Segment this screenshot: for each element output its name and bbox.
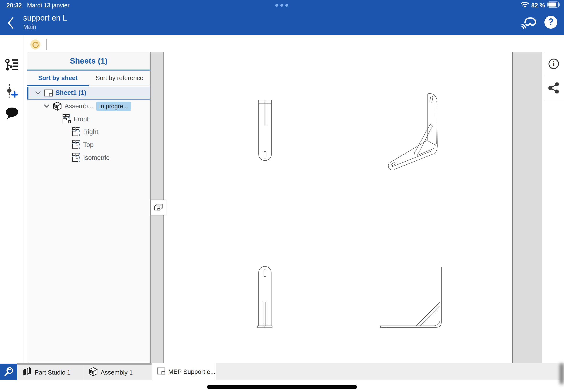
insert-version-icon: [6, 84, 18, 98]
date: Mardi 13 janvier: [27, 2, 69, 9]
versions-history-button[interactable]: [0, 56, 23, 74]
tree-label: Right: [83, 128, 98, 136]
drawing-view-icon: [62, 114, 71, 124]
ar-headset-icon[interactable]: [521, 15, 537, 30]
status-right: 82 %: [521, 0, 561, 11]
tab-assembly-1[interactable]: Assembly 1: [84, 365, 151, 380]
drawing-sheet-icon: [157, 367, 165, 376]
wifi-icon: [521, 1, 529, 9]
comment-icon: [5, 107, 19, 120]
left-toolbar: [0, 35, 23, 363]
sheet-switcher-button[interactable]: [151, 200, 166, 215]
sort-tabs: Sort by sheet Sort by reference: [27, 70, 150, 86]
search-icon: [4, 367, 14, 377]
drawing-view-icon: [72, 153, 81, 163]
sheets-panel: Sheets (1) Sort by sheet Sort by referen…: [27, 52, 151, 363]
document-title: support en L: [23, 13, 67, 23]
info-icon: i: [548, 58, 560, 70]
sheets-tree: Sheet1 (1) Assemb... In progre...: [27, 86, 150, 164]
drawing-view-isometric[interactable]: [387, 92, 439, 171]
home-indicator[interactable]: [207, 385, 357, 389]
onshape-drawing-screen: 20:32 Mardi 13 janvier 82 %: [0, 0, 564, 392]
tree-row-top-view[interactable]: Top: [27, 138, 150, 151]
tree-label: Sheet1 (1): [55, 89, 86, 97]
sheets-panel-title: Sheets (1): [27, 52, 150, 70]
right-toolbar: i: [543, 35, 564, 363]
svg-text:i: i: [553, 60, 555, 68]
clock: 20:32: [6, 2, 22, 9]
battery-percent: 82 %: [531, 2, 545, 9]
drawing-view-front[interactable]: [258, 99, 273, 162]
text-cursor: [46, 39, 47, 50]
title-block: support en L Main: [23, 13, 67, 31]
chevron-down-icon[interactable]: [42, 102, 51, 110]
drawing-view-right[interactable]: [257, 265, 273, 329]
document-search-button[interactable]: [0, 364, 17, 380]
part-studio-icon: [23, 367, 32, 378]
tree-row-sheet1[interactable]: Sheet1 (1): [27, 87, 150, 100]
status-bar: 20:32 Mardi 13 janvier 82 %: [0, 0, 564, 11]
chevron-down-icon[interactable]: [34, 89, 42, 97]
create-version-button[interactable]: [0, 82, 23, 99]
document-tab-bar: Part Studio 1 Assembly 1 MEP Support: [0, 363, 564, 380]
tree-row-right-view[interactable]: Right: [27, 126, 150, 138]
drawing-view-icon: [72, 140, 81, 150]
comment-button[interactable]: [0, 105, 23, 122]
tree-label: Isometric: [83, 154, 110, 162]
scrollbar-thumb[interactable]: [560, 363, 564, 384]
sync-pending-icon[interactable]: [30, 40, 40, 49]
tree-label: Assemb...: [65, 102, 93, 110]
stacked-sheets-icon: [154, 203, 163, 211]
tree-label: Front: [74, 115, 89, 123]
back-button[interactable]: [5, 16, 16, 30]
tab-sort-by-sheet[interactable]: Sort by sheet: [27, 70, 89, 85]
status-badge: In progre...: [96, 102, 131, 111]
battery-icon: [547, 1, 561, 9]
svg-text:?: ?: [548, 17, 553, 27]
share-icon: [548, 83, 559, 94]
tab-label: Part Studio 1: [35, 369, 70, 376]
assembly-icon: [53, 102, 62, 111]
tab-part-studio-1[interactable]: Part Studio 1: [18, 365, 83, 380]
info-button[interactable]: i: [543, 52, 564, 76]
tab-sort-by-reference[interactable]: Sort by reference: [89, 70, 150, 85]
tree-row-front-view[interactable]: Front: [27, 112, 150, 126]
sheet-icon: [44, 89, 53, 97]
drawing-view-icon: [72, 127, 81, 137]
tree-label: Top: [83, 141, 94, 149]
tab-label: Assembly 1: [101, 369, 133, 376]
pointer-dots-icon: [275, 4, 288, 7]
status-left: 20:32 Mardi 13 janvier: [0, 2, 69, 9]
workspace-name: Main: [23, 23, 67, 31]
tab-mep-support-drawing[interactable]: MEP Support e...: [152, 363, 216, 380]
help-icon[interactable]: ?: [544, 15, 558, 30]
app-header: support en L Main ?: [0, 11, 564, 35]
tree-row-isometric-view[interactable]: Isometric: [27, 151, 150, 164]
header-actions: ?: [521, 11, 558, 35]
sheet-margin-right: [512, 52, 542, 363]
drawing-canvas[interactable]: [151, 52, 543, 363]
tab-label: MEP Support e...: [168, 368, 216, 376]
tree-row-assembly[interactable]: Assemb... In progre...: [27, 100, 150, 112]
versions-icon: [5, 58, 19, 71]
assembly-icon: [89, 367, 98, 378]
drawing-view-side[interactable]: [380, 265, 443, 329]
share-button[interactable]: [543, 76, 564, 100]
